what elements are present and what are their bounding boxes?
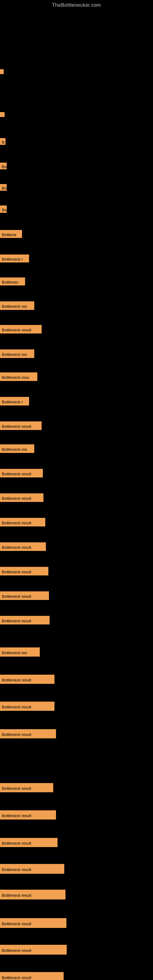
- bottleneck-item-33: Bottleneck result: [0, 918, 66, 928]
- bottleneck-item-12: Bottleneck res: [0, 350, 34, 358]
- bottleneck-item-25: Bottleneck result: [0, 675, 54, 684]
- bottleneck-item-22: Bottleneck result: [0, 591, 49, 600]
- site-title: TheBottlenecker.com: [0, 0, 153, 8]
- bottleneck-item-31: Bottleneck result: [0, 864, 64, 874]
- bottleneck-label-10: Bottleneck res: [0, 301, 34, 310]
- bottleneck-label-11: Bottleneck result: [0, 325, 41, 334]
- bottleneck-item-4: Bo: [0, 162, 7, 169]
- bottleneck-label-22: Bottleneck result: [0, 591, 49, 600]
- bottleneck-label-19: Bottleneck result: [0, 518, 45, 527]
- bottleneck-item-29: Bottleneck result: [0, 810, 56, 819]
- bottleneck-label-8: Bottleneck r: [0, 255, 29, 262]
- bottleneck-item-6: Bo: [0, 205, 7, 213]
- bottleneck-label-18: Bottleneck result: [0, 493, 43, 502]
- bottleneck-label-5: Bo: [0, 184, 7, 191]
- bottleneck-label-7: Bottlene: [0, 230, 22, 238]
- bottleneck-item-11: Bottleneck result: [0, 325, 41, 334]
- bottleneck-label-32: Bottleneck result: [0, 890, 65, 899]
- bottleneck-item-3: B: [0, 138, 5, 145]
- bottleneck-label-21: Bottleneck result: [0, 567, 48, 576]
- bottleneck-label-4: Bo: [0, 162, 7, 169]
- bottleneck-label-13: Bottleneck resu: [0, 372, 37, 381]
- bottleneck-label-16: Bottleneck res: [0, 444, 34, 453]
- bottleneck-label-30: Bottleneck result: [0, 838, 57, 847]
- bottleneck-label-35: Bottleneck result: [0, 972, 64, 980]
- bottleneck-item-empty-2: [0, 112, 5, 117]
- bottleneck-item-26: Bottleneck result: [0, 702, 54, 711]
- bottleneck-label-27: Bottleneck result: [0, 729, 56, 738]
- bottleneck-item-20: Bottleneck result: [0, 542, 46, 551]
- bottleneck-item-8: Bottleneck r: [0, 255, 29, 262]
- bottleneck-item-7: Bottlene: [0, 230, 22, 238]
- bottleneck-item-24: Bottleneck res: [0, 648, 40, 657]
- bottleneck-item-35: Bottleneck result: [0, 972, 64, 980]
- bottleneck-label-9: Bottlenec: [0, 277, 25, 285]
- bottleneck-label-6: Bo: [0, 205, 7, 213]
- bottleneck-item-18: Bottleneck result: [0, 493, 43, 502]
- bottleneck-label-29: Bottleneck result: [0, 810, 56, 819]
- bottleneck-label-25: Bottleneck result: [0, 675, 54, 684]
- bottleneck-label-14: Bottleneck r: [0, 397, 29, 406]
- bottleneck-label-12: Bottleneck res: [0, 350, 34, 358]
- bottleneck-label-20: Bottleneck result: [0, 542, 46, 551]
- bottleneck-label-26: Bottleneck result: [0, 702, 54, 711]
- bottleneck-label-31: Bottleneck result: [0, 864, 64, 874]
- bottleneck-item-19: Bottleneck result: [0, 518, 45, 527]
- bottleneck-label-34: Bottleneck result: [0, 945, 67, 955]
- bottleneck-item-14: Bottleneck r: [0, 397, 29, 406]
- bottleneck-item-23: Bottleneck result: [0, 616, 49, 624]
- bottleneck-item-15: Bottleneck result: [0, 422, 41, 430]
- bottleneck-item-10: Bottleneck res: [0, 301, 34, 310]
- bottleneck-item-30: Bottleneck result: [0, 838, 57, 847]
- bottleneck-label-15: Bottleneck result: [0, 422, 41, 430]
- bottleneck-item-21: Bottleneck result: [0, 567, 48, 576]
- bottleneck-label-24: Bottleneck res: [0, 648, 40, 657]
- bottleneck-item-5: Bo: [0, 184, 7, 191]
- bottleneck-item-28: Bottleneck result: [0, 783, 53, 792]
- bottleneck-item-32: Bottleneck result: [0, 890, 65, 899]
- bottleneck-item-13: Bottleneck resu: [0, 372, 37, 381]
- bottleneck-item-16: Bottleneck res: [0, 444, 34, 453]
- bottleneck-label-33: Bottleneck result: [0, 918, 66, 928]
- bottleneck-item-34: Bottleneck result: [0, 945, 67, 955]
- bottleneck-label-23: Bottleneck result: [0, 616, 49, 624]
- bottleneck-item-empty-1: [0, 69, 4, 74]
- bottleneck-label-3: B: [0, 138, 5, 145]
- bottleneck-item-9: Bottlenec: [0, 277, 25, 285]
- bottleneck-item-17: Bottleneck result: [0, 469, 43, 477]
- bottleneck-label-28: Bottleneck result: [0, 783, 53, 792]
- bottleneck-item-27: Bottleneck result: [0, 729, 56, 738]
- bottleneck-label-17: Bottleneck result: [0, 469, 43, 477]
